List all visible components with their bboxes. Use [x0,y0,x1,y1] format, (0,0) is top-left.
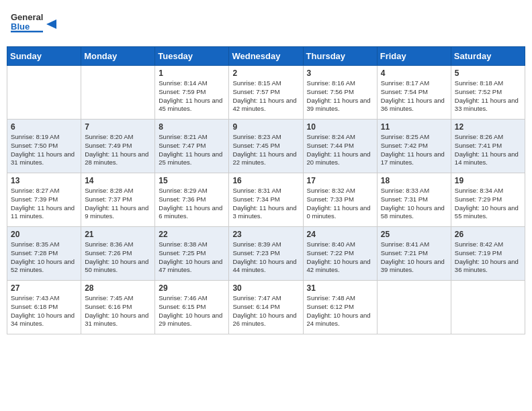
calendar-cell: 25Sunrise: 8:41 AM Sunset: 7:21 PM Dayli… [377,227,451,281]
calendar-cell: 13Sunrise: 8:27 AM Sunset: 7:39 PM Dayli… [7,173,81,227]
day-number: 15 [159,176,225,185]
day-info: Sunrise: 8:21 AM Sunset: 7:47 PM Dayligh… [159,133,225,167]
calendar-cell: 3Sunrise: 8:16 AM Sunset: 7:56 PM Daylig… [303,66,377,120]
calendar-cell: 23Sunrise: 8:39 AM Sunset: 7:23 PM Dayli… [229,227,303,281]
day-number: 16 [232,176,299,185]
day-number: 21 [85,230,151,239]
calendar-cell: 16Sunrise: 8:31 AM Sunset: 7:34 PM Dayli… [229,173,303,227]
day-number: 1 [159,68,225,78]
day-info: Sunrise: 8:28 AM Sunset: 7:37 PM Dayligh… [85,187,151,221]
calendar-cell: 5Sunrise: 8:18 AM Sunset: 7:52 PM Daylig… [451,66,525,120]
weekday-header: Thursday [303,47,377,66]
page-header: General Blue [7,7,525,41]
day-number: 10 [307,122,373,132]
day-info: Sunrise: 8:31 AM Sunset: 7:34 PM Dayligh… [232,187,299,221]
day-number: 24 [307,230,373,239]
day-info: Sunrise: 8:40 AM Sunset: 7:22 PM Dayligh… [307,240,373,275]
day-number: 19 [455,176,521,185]
day-info: Sunrise: 8:14 AM Sunset: 7:59 PM Dayligh… [159,79,225,113]
calendar-cell [81,66,155,120]
day-info: Sunrise: 8:17 AM Sunset: 7:54 PM Dayligh… [381,79,447,113]
logo: General Blue [9,7,63,41]
calendar-week-row: 20Sunrise: 8:35 AM Sunset: 7:28 PM Dayli… [7,227,525,281]
day-number: 20 [11,230,77,239]
calendar-table: SundayMondayTuesdayWednesdayThursdayFrid… [7,46,525,334]
day-number: 14 [85,176,151,185]
day-number: 17 [307,176,373,185]
day-info: Sunrise: 8:18 AM Sunset: 7:52 PM Dayligh… [455,79,521,113]
calendar-cell: 2Sunrise: 8:15 AM Sunset: 7:57 PM Daylig… [229,66,303,120]
calendar-cell [377,281,451,334]
calendar-cell: 14Sunrise: 8:28 AM Sunset: 7:37 PM Dayli… [81,173,155,227]
day-number: 30 [232,283,299,293]
logo-icon: General Blue [9,8,63,38]
day-number: 28 [85,283,151,293]
calendar-cell: 20Sunrise: 8:35 AM Sunset: 7:28 PM Dayli… [7,227,81,281]
day-number: 5 [455,68,521,78]
calendar-cell: 15Sunrise: 8:29 AM Sunset: 7:36 PM Dayli… [155,173,229,227]
weekday-header: Tuesday [155,47,229,66]
day-info: Sunrise: 8:19 AM Sunset: 7:50 PM Dayligh… [11,133,77,167]
day-number: 12 [455,122,521,132]
calendar-header-row: SundayMondayTuesdayWednesdayThursdayFrid… [7,47,525,66]
day-info: Sunrise: 8:25 AM Sunset: 7:42 PM Dayligh… [381,133,447,167]
calendar-cell [451,281,525,334]
day-info: Sunrise: 7:47 AM Sunset: 6:14 PM Dayligh… [232,294,299,328]
calendar-cell: 17Sunrise: 8:32 AM Sunset: 7:33 PM Dayli… [303,173,377,227]
day-number: 25 [381,230,447,239]
day-info: Sunrise: 8:15 AM Sunset: 7:57 PM Dayligh… [232,79,299,113]
day-info: Sunrise: 7:45 AM Sunset: 6:16 PM Dayligh… [85,294,151,328]
day-info: Sunrise: 8:26 AM Sunset: 7:41 PM Dayligh… [455,133,521,167]
calendar-cell: 26Sunrise: 8:42 AM Sunset: 7:19 PM Dayli… [451,227,525,281]
day-info: Sunrise: 8:24 AM Sunset: 7:44 PM Dayligh… [307,133,373,167]
calendar-cell [7,66,81,120]
calendar-cell: 10Sunrise: 8:24 AM Sunset: 7:44 PM Dayli… [303,120,377,173]
svg-text:Blue: Blue [11,21,30,32]
calendar-cell: 9Sunrise: 8:23 AM Sunset: 7:45 PM Daylig… [229,120,303,173]
day-number: 31 [307,283,373,293]
day-info: Sunrise: 7:48 AM Sunset: 6:12 PM Dayligh… [307,294,373,328]
calendar-cell: 1Sunrise: 8:14 AM Sunset: 7:59 PM Daylig… [155,66,229,120]
day-number: 7 [85,122,151,132]
day-number: 23 [232,230,299,239]
calendar-cell: 18Sunrise: 8:33 AM Sunset: 7:31 PM Dayli… [377,173,451,227]
calendar-week-row: 1Sunrise: 8:14 AM Sunset: 7:59 PM Daylig… [7,66,525,120]
calendar-cell: 12Sunrise: 8:26 AM Sunset: 7:41 PM Dayli… [451,120,525,173]
calendar-cell: 8Sunrise: 8:21 AM Sunset: 7:47 PM Daylig… [155,120,229,173]
day-number: 4 [381,68,447,78]
calendar-cell: 6Sunrise: 8:19 AM Sunset: 7:50 PM Daylig… [7,120,81,173]
day-number: 18 [381,176,447,185]
day-number: 29 [159,283,225,293]
weekday-header: Saturday [451,47,525,66]
day-info: Sunrise: 8:33 AM Sunset: 7:31 PM Dayligh… [381,187,447,221]
day-info: Sunrise: 7:43 AM Sunset: 6:18 PM Dayligh… [11,294,77,328]
day-number: 22 [159,230,225,239]
calendar-cell: 28Sunrise: 7:45 AM Sunset: 6:16 PM Dayli… [81,281,155,334]
day-info: Sunrise: 8:35 AM Sunset: 7:28 PM Dayligh… [11,240,77,275]
day-info: Sunrise: 7:46 AM Sunset: 6:15 PM Dayligh… [159,294,225,328]
svg-marker-2 [46,19,56,29]
weekday-header: Monday [81,47,155,66]
day-info: Sunrise: 8:32 AM Sunset: 7:33 PM Dayligh… [307,187,373,221]
day-number: 26 [455,230,521,239]
day-number: 9 [232,122,299,132]
day-number: 11 [381,122,447,132]
svg-text:General: General [11,12,43,22]
day-info: Sunrise: 8:23 AM Sunset: 7:45 PM Dayligh… [232,133,299,167]
day-info: Sunrise: 8:36 AM Sunset: 7:26 PM Dayligh… [85,240,151,275]
calendar-cell: 11Sunrise: 8:25 AM Sunset: 7:42 PM Dayli… [377,120,451,173]
day-info: Sunrise: 8:34 AM Sunset: 7:29 PM Dayligh… [455,187,521,221]
calendar-cell: 29Sunrise: 7:46 AM Sunset: 6:15 PM Dayli… [155,281,229,334]
calendar-cell: 30Sunrise: 7:47 AM Sunset: 6:14 PM Dayli… [229,281,303,334]
day-info: Sunrise: 8:39 AM Sunset: 7:23 PM Dayligh… [232,240,299,275]
day-info: Sunrise: 8:20 AM Sunset: 7:49 PM Dayligh… [85,133,151,167]
weekday-header: Wednesday [229,47,303,66]
calendar-week-row: 13Sunrise: 8:27 AM Sunset: 7:39 PM Dayli… [7,173,525,227]
calendar-cell: 31Sunrise: 7:48 AM Sunset: 6:12 PM Dayli… [303,281,377,334]
day-info: Sunrise: 8:16 AM Sunset: 7:56 PM Dayligh… [307,79,373,113]
day-number: 2 [232,68,299,78]
weekday-header: Friday [377,47,451,66]
calendar-cell: 27Sunrise: 7:43 AM Sunset: 6:18 PM Dayli… [7,281,81,334]
calendar-cell: 7Sunrise: 8:20 AM Sunset: 7:49 PM Daylig… [81,120,155,173]
calendar-cell: 19Sunrise: 8:34 AM Sunset: 7:29 PM Dayli… [451,173,525,227]
